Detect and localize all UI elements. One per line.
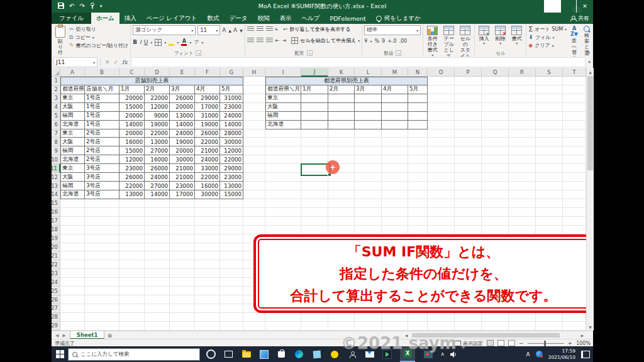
cell-D18[interactable]	[145, 226, 170, 234]
close-button[interactable]: ✕	[577, 0, 593, 13]
maximize-button[interactable]	[560, 0, 577, 13]
cell-H10[interactable]	[243, 155, 265, 164]
cell-E19[interactable]	[170, 234, 195, 243]
number-dialog-launcher-icon[interactable]: ↘	[396, 50, 401, 56]
cell-C17[interactable]	[119, 217, 145, 226]
cell-D27[interactable]	[145, 304, 170, 313]
cell-K2[interactable]: 2月	[328, 85, 355, 94]
cell-C14[interactable]: 13000	[119, 190, 145, 199]
cell-P11[interactable]	[455, 164, 482, 173]
cell-B10[interactable]: 2号店	[85, 155, 119, 164]
row-header-29[interactable]: 29	[52, 322, 60, 331]
cell-C6[interactable]: 14000	[119, 121, 145, 129]
cell-O16[interactable]	[428, 208, 455, 217]
cell-J14[interactable]	[301, 190, 328, 199]
cell-I12[interactable]	[265, 173, 301, 182]
cell-E15[interactable]	[170, 199, 195, 208]
cell-A27[interactable]	[60, 304, 85, 313]
cell-T8[interactable]	[563, 138, 586, 146]
cell-B29[interactable]	[85, 322, 119, 331]
cell-A18[interactable]	[60, 226, 85, 234]
cell-I6[interactable]: 北海道	[265, 121, 301, 129]
underline-button[interactable]: U	[144, 39, 148, 45]
cell-F7[interactable]: 26000	[195, 129, 220, 138]
align-bottom-icon[interactable]	[266, 26, 273, 31]
cell-R1[interactable]	[509, 77, 536, 85]
cell-S29[interactable]	[536, 322, 563, 331]
cell-D11[interactable]: 26000	[145, 164, 170, 173]
cell-G3[interactable]: 31000	[220, 94, 243, 103]
cell-G27[interactable]	[220, 304, 243, 313]
col-header-R[interactable]: R	[509, 68, 536, 77]
cell-E5[interactable]: 13000	[170, 112, 195, 121]
sheet-prev-icon[interactable]: ◀	[55, 333, 58, 338]
cell-C11[interactable]: 23000	[119, 164, 145, 173]
cell-L11[interactable]	[355, 164, 382, 173]
cell-S5[interactable]	[536, 112, 563, 121]
cell-N14[interactable]	[408, 190, 428, 199]
cell-H5[interactable]	[243, 112, 265, 121]
scroll-up-icon[interactable]: ▲	[587, 68, 594, 75]
cell-P10[interactable]	[455, 155, 482, 164]
cell-F3[interactable]: 29000	[195, 94, 220, 103]
weather-tray-icon[interactable]	[536, 351, 543, 358]
row-header-2[interactable]: 2	[52, 85, 60, 94]
redo-icon[interactable]: ↷	[79, 3, 84, 9]
cell-A14[interactable]: 北海道	[60, 190, 85, 199]
scroll-right-icon[interactable]: ▶	[579, 333, 586, 337]
cell-F20[interactable]	[195, 243, 220, 252]
cell-H7[interactable]	[243, 129, 265, 138]
row-header-21[interactable]: 21	[52, 251, 60, 260]
cell-J8[interactable]	[301, 138, 328, 146]
cell-F5[interactable]: 31000	[195, 112, 220, 121]
cell-H28[interactable]	[243, 313, 265, 322]
action-center-icon[interactable]	[581, 351, 590, 358]
cell-B20[interactable]	[85, 243, 119, 252]
cell-E25[interactable]	[170, 287, 195, 295]
tab-home[interactable]: ホーム	[91, 13, 119, 24]
cell-I9[interactable]	[265, 146, 301, 155]
cell-N29[interactable]	[408, 322, 428, 331]
cell-H12[interactable]	[243, 173, 265, 182]
cell-B27[interactable]	[85, 304, 119, 313]
cell-M16[interactable]	[382, 208, 408, 217]
cell-Q2[interactable]	[482, 85, 509, 94]
undo-icon[interactable]: ↶	[69, 3, 74, 9]
phonetic-guide-icon[interactable]: ア	[194, 39, 199, 46]
cell-D25[interactable]	[145, 287, 170, 295]
cell-D29[interactable]	[145, 322, 170, 331]
taskbar-clock[interactable]: 17:59 2021/06/10	[548, 348, 575, 361]
cell-R29[interactable]	[509, 322, 536, 331]
cell-N15[interactable]	[408, 199, 428, 208]
row-header-25[interactable]: 25	[52, 287, 60, 295]
cell-M2[interactable]: 4月	[382, 85, 408, 94]
cell-H17[interactable]	[243, 217, 265, 226]
cell-J17[interactable]	[301, 217, 328, 226]
cell-N10[interactable]	[408, 155, 428, 164]
cell-D20[interactable]	[145, 243, 170, 252]
cell-L7[interactable]	[355, 129, 382, 138]
cell-S2[interactable]	[536, 85, 563, 94]
cell-K12[interactable]	[328, 173, 355, 182]
copy-button[interactable]: ⧉コピー▾	[69, 33, 128, 41]
cortana-button[interactable]	[206, 349, 216, 359]
cell-D5[interactable]: 9000	[145, 112, 170, 121]
enter-icon[interactable]: ✓	[114, 59, 119, 65]
cell-N7[interactable]	[408, 129, 428, 138]
cell-I15[interactable]	[265, 199, 301, 208]
format-cells-button[interactable]: 書式▾	[509, 25, 524, 47]
cell-Q15[interactable]	[482, 199, 509, 208]
row-header-24[interactable]: 24	[52, 278, 60, 287]
cell-G8[interactable]: 30000	[220, 138, 243, 146]
cell-E9[interactable]: 20000	[170, 146, 195, 155]
cell-O13[interactable]	[428, 182, 455, 190]
cell-C26[interactable]	[119, 295, 145, 304]
cell-D28[interactable]	[145, 313, 170, 322]
zoom-slider-thumb[interactable]	[544, 341, 546, 346]
cell-K14[interactable]	[328, 190, 355, 199]
cell-A3[interactable]: 東京	[60, 94, 85, 103]
cell-G10[interactable]: 22000	[220, 155, 243, 164]
cell-E12[interactable]: 21000	[170, 173, 195, 182]
cell-R4[interactable]	[509, 103, 536, 112]
cell-P4[interactable]	[455, 103, 482, 112]
